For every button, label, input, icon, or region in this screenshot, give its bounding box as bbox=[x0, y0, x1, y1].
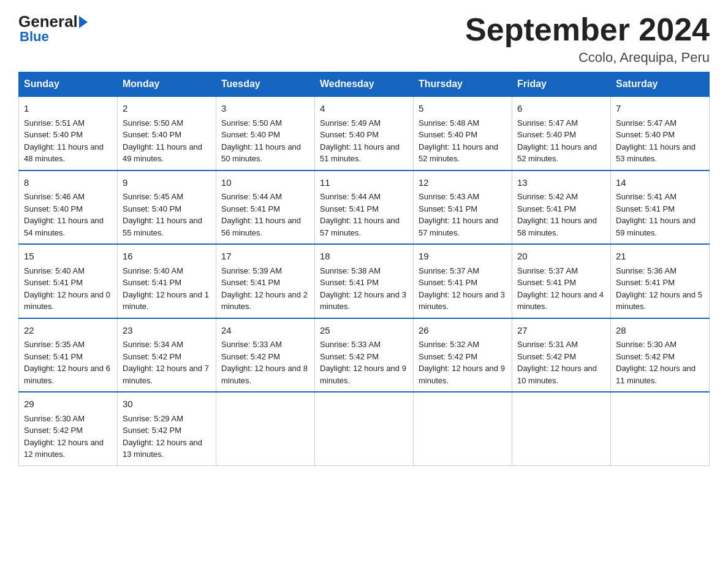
calendar-week-2: 8 Sunrise: 5:46 AMSunset: 5:40 PMDayligh… bbox=[19, 170, 710, 245]
day-number: 29 bbox=[24, 397, 112, 412]
day-info: Sunrise: 5:30 AMSunset: 5:42 PMDaylight:… bbox=[616, 340, 696, 385]
day-info: Sunrise: 5:30 AMSunset: 5:42 PMDaylight:… bbox=[24, 414, 104, 459]
day-number: 12 bbox=[419, 176, 507, 190]
logo-triangle-icon bbox=[79, 16, 88, 28]
calendar-cell: 26 Sunrise: 5:32 AMSunset: 5:42 PMDaylig… bbox=[414, 318, 512, 393]
calendar-cell: 1 Sunrise: 5:51 AMSunset: 5:40 PMDayligh… bbox=[19, 96, 118, 170]
day-info: Sunrise: 5:47 AMSunset: 5:40 PMDaylight:… bbox=[517, 118, 597, 164]
day-info: Sunrise: 5:50 AMSunset: 5:40 PMDaylight:… bbox=[221, 118, 301, 164]
calendar-week-1: 1 Sunrise: 5:51 AMSunset: 5:40 PMDayligh… bbox=[19, 96, 710, 170]
calendar-cell bbox=[216, 392, 315, 465]
page-header: General Blue September 2024 Ccolo, Arequ… bbox=[18, 12, 710, 66]
calendar-cell: 6 Sunrise: 5:47 AMSunset: 5:40 PMDayligh… bbox=[512, 96, 611, 170]
logo-area: General Blue bbox=[18, 12, 89, 45]
day-info: Sunrise: 5:33 AMSunset: 5:42 PMDaylight:… bbox=[221, 340, 308, 385]
calendar-cell: 25 Sunrise: 5:33 AMSunset: 5:42 PMDaylig… bbox=[315, 318, 414, 393]
calendar-cell: 8 Sunrise: 5:46 AMSunset: 5:40 PMDayligh… bbox=[19, 170, 118, 245]
day-number: 17 bbox=[221, 250, 309, 264]
day-number: 3 bbox=[221, 102, 309, 116]
day-number: 24 bbox=[221, 324, 309, 338]
day-number: 22 bbox=[24, 324, 112, 338]
day-number: 6 bbox=[517, 102, 605, 116]
page-title: September 2024 bbox=[465, 12, 710, 47]
header-thursday: Thursday bbox=[414, 72, 512, 97]
calendar-cell: 12 Sunrise: 5:43 AMSunset: 5:41 PMDaylig… bbox=[414, 170, 512, 245]
day-number: 4 bbox=[320, 102, 408, 116]
day-number: 7 bbox=[616, 102, 704, 116]
calendar-cell: 20 Sunrise: 5:37 AMSunset: 5:41 PMDaylig… bbox=[512, 244, 611, 318]
day-number: 5 bbox=[419, 102, 507, 116]
calendar-cell: 10 Sunrise: 5:44 AMSunset: 5:41 PMDaylig… bbox=[216, 170, 315, 245]
calendar-week-3: 15 Sunrise: 5:40 AMSunset: 5:41 PMDaylig… bbox=[19, 244, 710, 318]
day-number: 16 bbox=[123, 250, 211, 264]
title-area: September 2024 Ccolo, Arequipa, Peru bbox=[465, 12, 710, 66]
day-info: Sunrise: 5:43 AMSunset: 5:41 PMDaylight:… bbox=[419, 192, 498, 237]
calendar-cell: 9 Sunrise: 5:45 AMSunset: 5:40 PMDayligh… bbox=[118, 170, 216, 245]
day-number: 23 bbox=[123, 324, 211, 338]
day-info: Sunrise: 5:40 AMSunset: 5:41 PMDaylight:… bbox=[24, 266, 110, 312]
calendar-cell: 18 Sunrise: 5:38 AMSunset: 5:41 PMDaylig… bbox=[315, 244, 414, 318]
calendar-cell: 14 Sunrise: 5:41 AMSunset: 5:41 PMDaylig… bbox=[611, 170, 710, 245]
header-monday: Monday bbox=[118, 72, 216, 97]
day-info: Sunrise: 5:37 AMSunset: 5:41 PMDaylight:… bbox=[419, 266, 505, 312]
day-info: Sunrise: 5:36 AMSunset: 5:41 PMDaylight:… bbox=[616, 266, 702, 312]
header-sunday: Sunday bbox=[19, 72, 118, 97]
day-info: Sunrise: 5:44 AMSunset: 5:41 PMDaylight:… bbox=[320, 192, 400, 237]
calendar-cell bbox=[512, 392, 611, 465]
day-info: Sunrise: 5:50 AMSunset: 5:40 PMDaylight:… bbox=[123, 118, 202, 164]
day-number: 8 bbox=[24, 176, 112, 190]
day-number: 13 bbox=[517, 176, 605, 190]
calendar-cell: 30 Sunrise: 5:29 AMSunset: 5:42 PMDaylig… bbox=[118, 392, 216, 465]
day-info: Sunrise: 5:48 AMSunset: 5:40 PMDaylight:… bbox=[419, 118, 498, 164]
day-info: Sunrise: 5:39 AMSunset: 5:41 PMDaylight:… bbox=[221, 266, 308, 312]
day-number: 26 bbox=[419, 324, 507, 338]
day-number: 18 bbox=[320, 250, 408, 264]
day-number: 20 bbox=[517, 250, 605, 264]
page-subtitle: Ccolo, Arequipa, Peru bbox=[465, 50, 710, 66]
day-info: Sunrise: 5:44 AMSunset: 5:41 PMDaylight:… bbox=[221, 192, 301, 237]
day-info: Sunrise: 5:31 AMSunset: 5:42 PMDaylight:… bbox=[517, 340, 597, 385]
day-info: Sunrise: 5:49 AMSunset: 5:40 PMDaylight:… bbox=[320, 118, 400, 164]
calendar-header-row: SundayMondayTuesdayWednesdayThursdayFrid… bbox=[19, 72, 710, 97]
calendar-cell: 15 Sunrise: 5:40 AMSunset: 5:41 PMDaylig… bbox=[19, 244, 118, 318]
calendar-cell: 5 Sunrise: 5:48 AMSunset: 5:40 PMDayligh… bbox=[414, 96, 512, 170]
calendar-cell: 11 Sunrise: 5:44 AMSunset: 5:41 PMDaylig… bbox=[315, 170, 414, 245]
day-info: Sunrise: 5:41 AMSunset: 5:41 PMDaylight:… bbox=[616, 192, 696, 237]
day-number: 2 bbox=[123, 102, 211, 116]
calendar-cell: 13 Sunrise: 5:42 AMSunset: 5:41 PMDaylig… bbox=[512, 170, 611, 245]
header-tuesday: Tuesday bbox=[216, 72, 315, 97]
header-wednesday: Wednesday bbox=[315, 72, 414, 97]
calendar-cell: 23 Sunrise: 5:34 AMSunset: 5:42 PMDaylig… bbox=[118, 318, 216, 393]
day-number: 27 bbox=[517, 324, 605, 338]
calendar-cell: 29 Sunrise: 5:30 AMSunset: 5:42 PMDaylig… bbox=[19, 392, 118, 465]
calendar-cell: 16 Sunrise: 5:40 AMSunset: 5:41 PMDaylig… bbox=[118, 244, 216, 318]
day-number: 14 bbox=[616, 176, 704, 190]
day-info: Sunrise: 5:51 AMSunset: 5:40 PMDaylight:… bbox=[24, 118, 104, 164]
logo-blue: Blue bbox=[18, 29, 49, 45]
calendar-cell: 28 Sunrise: 5:30 AMSunset: 5:42 PMDaylig… bbox=[611, 318, 710, 393]
calendar-cell: 21 Sunrise: 5:36 AMSunset: 5:41 PMDaylig… bbox=[611, 244, 710, 318]
day-number: 19 bbox=[419, 250, 507, 264]
calendar-table: SundayMondayTuesdayWednesdayThursdayFrid… bbox=[18, 72, 710, 466]
day-number: 15 bbox=[24, 250, 112, 264]
day-info: Sunrise: 5:42 AMSunset: 5:41 PMDaylight:… bbox=[517, 192, 597, 237]
day-info: Sunrise: 5:40 AMSunset: 5:41 PMDaylight:… bbox=[123, 266, 209, 312]
calendar-cell: 3 Sunrise: 5:50 AMSunset: 5:40 PMDayligh… bbox=[216, 96, 315, 170]
calendar-cell: 17 Sunrise: 5:39 AMSunset: 5:41 PMDaylig… bbox=[216, 244, 315, 318]
calendar-cell: 27 Sunrise: 5:31 AMSunset: 5:42 PMDaylig… bbox=[512, 318, 611, 393]
day-info: Sunrise: 5:47 AMSunset: 5:40 PMDaylight:… bbox=[616, 118, 696, 164]
day-info: Sunrise: 5:34 AMSunset: 5:42 PMDaylight:… bbox=[123, 340, 209, 385]
calendar-week-5: 29 Sunrise: 5:30 AMSunset: 5:42 PMDaylig… bbox=[19, 392, 710, 465]
calendar-cell bbox=[414, 392, 512, 465]
day-number: 9 bbox=[123, 176, 211, 190]
day-number: 28 bbox=[616, 324, 704, 338]
day-info: Sunrise: 5:29 AMSunset: 5:42 PMDaylight:… bbox=[123, 414, 202, 459]
day-info: Sunrise: 5:45 AMSunset: 5:40 PMDaylight:… bbox=[123, 192, 202, 237]
calendar-cell bbox=[611, 392, 710, 465]
calendar-cell bbox=[315, 392, 414, 465]
day-info: Sunrise: 5:33 AMSunset: 5:42 PMDaylight:… bbox=[320, 340, 406, 385]
header-saturday: Saturday bbox=[611, 72, 710, 97]
header-friday: Friday bbox=[512, 72, 611, 97]
calendar-cell: 4 Sunrise: 5:49 AMSunset: 5:40 PMDayligh… bbox=[315, 96, 414, 170]
day-number: 30 bbox=[123, 397, 211, 412]
